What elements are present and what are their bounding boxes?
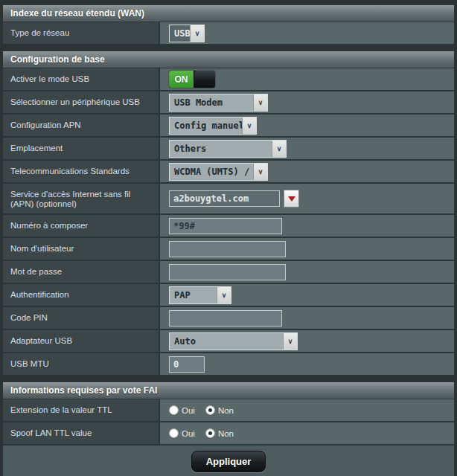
- ttl-extension-radio-group: Oui Non: [169, 405, 234, 415]
- wan-settings-page: Indexe du réseau étendu (WAN) Type de ré…: [3, 5, 454, 476]
- authentication-select[interactable]: PAP ∨: [169, 286, 231, 304]
- chevron-down-icon: ∨: [190, 25, 204, 42]
- row-pin-code: Code PIN: [3, 307, 454, 330]
- row-telecom-standards: Telecommunications Standards WCDMA (UMTS…: [3, 161, 454, 184]
- row-spoof-lan-ttl: Spoof LAN TTL value Oui Non: [3, 422, 454, 446]
- network-type-value: USB: [170, 25, 190, 42]
- section-header-wan-index: Indexe du réseau étendu (WAN): [3, 5, 454, 22]
- network-type-select[interactable]: USB ∨: [169, 25, 205, 42]
- row-usb-adapter: Adaptateur USB Auto ∨: [3, 330, 454, 353]
- red-dropdown-arrow-icon: [288, 196, 295, 202]
- row-password: Mot de passe: [3, 261, 454, 284]
- ttl-extension-radio-non[interactable]: Non: [205, 405, 234, 415]
- apn-config-select[interactable]: Config manuelle ∨: [169, 117, 257, 135]
- row-username: Nom d'utilisateur: [3, 238, 454, 261]
- label-usb-mtu: USB MTU: [3, 353, 160, 375]
- row-ttl-extension: Extension de la valeur TTL Oui Non: [3, 399, 454, 422]
- apn-dropdown-button[interactable]: [284, 190, 299, 208]
- label-location: Emplacement: [3, 138, 160, 159]
- password-input[interactable]: [169, 264, 286, 280]
- usb-mode-toggle[interactable]: ON: [169, 71, 215, 88]
- label-usb-mode: Activer le mode USB: [3, 68, 160, 90]
- authentication-value: PAP: [170, 287, 217, 303]
- label-password: Mot de passe: [3, 261, 160, 283]
- row-apn-config: Configuration APN Config manuelle ∨: [3, 115, 454, 138]
- radio-dot: [208, 408, 212, 412]
- toggle-knob: [194, 71, 215, 88]
- label-apn-config: Configuration APN: [3, 115, 160, 136]
- dial-number-input[interactable]: [169, 218, 282, 234]
- label-username: Nom d'utilisateur: [3, 238, 160, 260]
- label-authentication: Authentification: [3, 284, 160, 306]
- chevron-down-icon: ∨: [253, 164, 267, 180]
- apply-button[interactable]: Appliquer: [191, 451, 266, 472]
- label-usb-adapter: Adaptateur USB: [3, 330, 160, 352]
- chevron-down-icon: ∨: [283, 333, 297, 350]
- label-usb-device: Sélectionner un périphérique USB: [3, 91, 160, 113]
- usb-adapter-value: Auto: [170, 333, 283, 350]
- label-spoof-lan-ttl: Spoof LAN TTL value: [3, 422, 160, 444]
- toggle-on-label: ON: [169, 71, 194, 88]
- username-input[interactable]: [169, 241, 286, 257]
- label-apn-service: Service d'accès Internet sans fil (APN) …: [3, 184, 160, 213]
- usb-adapter-select[interactable]: Auto ∨: [169, 332, 298, 350]
- ttl-extension-radio-oui[interactable]: Oui: [169, 405, 195, 415]
- usb-mtu-input[interactable]: [169, 356, 205, 373]
- spoof-lan-ttl-radio-group: Oui Non: [169, 428, 234, 438]
- label-ttl-extension: Extension de la valeur TTL: [3, 399, 160, 421]
- pin-code-input[interactable]: [169, 310, 282, 327]
- spoof-lan-ttl-radio-oui[interactable]: Oui: [169, 428, 195, 438]
- radio-dot: [208, 431, 212, 435]
- row-usb-mtu: USB MTU: [3, 353, 454, 376]
- row-dial-number: Numéro à composer: [3, 215, 454, 238]
- location-value: Others: [170, 141, 272, 157]
- section-header-basic-config: Configuration de base: [3, 51, 454, 68]
- label-dial-number: Numéro à composer: [3, 215, 160, 237]
- apn-config-value: Config manuelle: [170, 118, 242, 134]
- section-divider: [3, 376, 454, 382]
- telecom-standards-select[interactable]: WCDMA (UMTS) / LTE ∨: [169, 163, 268, 181]
- label-network-type: Type de réseau: [3, 22, 160, 44]
- chevron-down-icon: ∨: [242, 118, 256, 134]
- radio-unchecked-icon: [169, 428, 179, 438]
- row-network-type: Type de réseau USB ∨: [3, 22, 454, 45]
- telecom-standards-value: WCDMA (UMTS) / LTE: [170, 164, 253, 180]
- apply-area: Appliquer: [3, 446, 454, 476]
- location-select[interactable]: Others ∨: [169, 140, 287, 158]
- section-header-isp-info: Informations requises par vote FAI: [3, 382, 454, 399]
- row-usb-device: Sélectionner un périphérique USB USB Mod…: [3, 91, 454, 115]
- section-divider: [3, 45, 454, 51]
- row-usb-mode: Activer le mode USB ON: [3, 68, 454, 91]
- usb-device-select[interactable]: USB Modem ∨: [169, 94, 268, 112]
- chevron-down-icon: ∨: [217, 287, 231, 303]
- label-telecom-standards: Telecommunications Standards: [3, 161, 160, 182]
- label-pin-code: Code PIN: [3, 307, 160, 329]
- apn-service-input[interactable]: [169, 190, 280, 207]
- chevron-down-icon: ∨: [272, 141, 286, 157]
- row-authentication: Authentification PAP ∨: [3, 284, 454, 307]
- spoof-lan-ttl-radio-non[interactable]: Non: [205, 428, 234, 438]
- radio-unchecked-icon: [169, 405, 179, 415]
- row-apn-service: Service d'accès Internet sans fil (APN) …: [3, 184, 454, 215]
- chevron-down-icon: ∨: [253, 94, 267, 111]
- usb-device-value: USB Modem: [170, 94, 253, 111]
- radio-checked-icon: [205, 405, 215, 415]
- row-location: Emplacement Others ∨: [3, 138, 454, 161]
- radio-checked-icon: [205, 428, 215, 438]
